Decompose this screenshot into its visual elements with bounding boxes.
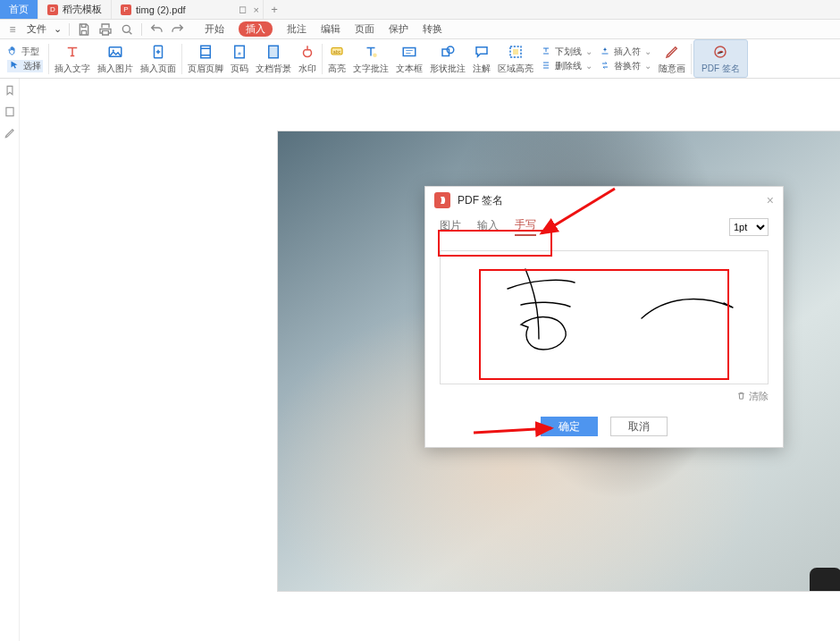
tab-template[interactable]: D 稻壳模板	[38, 0, 112, 19]
tool-insert-image[interactable]: 插入图片	[94, 39, 137, 78]
strike-icon	[541, 60, 551, 72]
tool-text-annot[interactable]: 文字批注	[349, 39, 392, 78]
sign-icon	[712, 43, 728, 61]
ribbontab-protect[interactable]: 保护	[389, 22, 408, 36]
bookmark-icon[interactable]	[4, 84, 16, 97]
menu-hamburger-icon[interactable]: ≡	[5, 22, 20, 37]
tool-underline[interactable]: 下划线⌄	[541, 46, 592, 58]
tool-strike-label: 删除线	[555, 60, 582, 72]
area-highlight-icon	[508, 43, 524, 61]
tool-watermark-label: 水印	[298, 63, 316, 75]
svg-point-10	[373, 53, 377, 57]
menubar: ≡ 文件 ⌄ 开始 插入 批注 编辑 页面 保护 转换	[0, 20, 840, 39]
tool-insert-sym-label: 插入符	[614, 46, 641, 58]
pdf-sign-dialog: PDF 签名 × 图片 输入 手写 1pt 清除	[424, 186, 784, 448]
tool-insert-image-label: 插入图片	[97, 63, 133, 75]
side-panel	[0, 79, 20, 641]
dialog-close-button[interactable]: ×	[767, 193, 774, 207]
tool-header-footer-label: 页眉页脚	[188, 63, 223, 75]
tool-highlight-label: 高亮	[328, 63, 346, 75]
tool-area-highlight-label: 区域高亮	[498, 63, 533, 75]
tool-header-footer[interactable]: 页眉页脚	[184, 39, 227, 78]
pointer-icon	[9, 60, 20, 72]
clear-button[interactable]: 清除	[736, 390, 769, 403]
menu-file[interactable]: 文件	[27, 22, 46, 36]
insert-sym-icon	[600, 46, 610, 58]
tool-textbox[interactable]: 文本框	[392, 39, 426, 78]
tool-hand[interactable]: 手型	[7, 46, 43, 58]
tool-annotate-label: 注解	[473, 63, 491, 75]
shape-icon	[440, 43, 456, 61]
undo-icon[interactable]	[149, 22, 164, 37]
svg-rect-15	[513, 49, 518, 55]
svg-rect-17	[5, 107, 13, 115]
cancel-label: 取消	[628, 419, 650, 434]
tab-restore[interactable]: ◻	[239, 4, 247, 15]
tool-pdf-sign-label: PDF 签名	[701, 63, 740, 75]
cancel-button[interactable]: 取消	[610, 417, 668, 436]
tool-docbg-label: 文档背景	[256, 63, 291, 75]
thumbnail-icon[interactable]	[4, 105, 16, 118]
ribbon-toolbar: 手型 选择 插入文字 插入图片 插入页面 页眉页脚 # 页码 文档背景 水印 a…	[0, 39, 840, 79]
ribbontab-page[interactable]: 页面	[355, 22, 374, 36]
document-tabbar: 首页 D 稻壳模板 P timg (2).pdf ◻ × +	[0, 0, 840, 20]
ribbontab-edit[interactable]: 编辑	[321, 22, 340, 36]
tool-pdf-sign[interactable]: PDF 签名	[693, 39, 748, 78]
tool-area-highlight[interactable]: 区域高亮	[494, 39, 537, 78]
ribbontab-comment[interactable]: 批注	[287, 22, 307, 36]
page-plus-icon	[150, 43, 166, 61]
menu-file-caret[interactable]: ⌄	[54, 23, 62, 35]
svg-rect-7	[269, 46, 279, 58]
tool-insert-page[interactable]: 插入页面	[137, 39, 180, 78]
replace-sym-icon	[600, 60, 610, 72]
dialog-tab-image[interactable]: 图片	[440, 218, 461, 235]
tab-close[interactable]: ×	[254, 4, 259, 15]
tool-replace-sym[interactable]: 替换符⌄	[600, 60, 651, 72]
tool-insert-page-label: 插入页面	[140, 63, 176, 75]
dialog-tab-input[interactable]: 输入	[477, 218, 499, 235]
trash-icon	[736, 391, 746, 402]
tool-watermark[interactable]: 水印	[295, 39, 320, 78]
redo-icon[interactable]	[171, 22, 185, 37]
tool-insert-sym[interactable]: 插入符⌄	[600, 46, 651, 58]
line-tools-group1: 下划线⌄ 删除线⌄	[537, 46, 596, 72]
svg-rect-4	[201, 46, 211, 58]
dialog-button-row: 确定 取消	[425, 417, 783, 436]
tab-pdf-document[interactable]: P timg (2).pdf ◻ ×	[112, 0, 264, 19]
tab-pdf-label: timg (2).pdf	[136, 4, 186, 15]
ok-label: 确定	[559, 419, 580, 434]
svg-point-0	[122, 25, 130, 32]
linewidth-select[interactable]: 1pt	[729, 218, 769, 236]
annotation-panel-icon[interactable]	[4, 127, 16, 139]
signature-canvas[interactable]	[440, 250, 769, 384]
tool-underline-label: 下划线	[555, 46, 582, 58]
tool-pagenum[interactable]: # 页码	[227, 39, 252, 78]
tool-highlight[interactable]: abc 高亮	[324, 39, 349, 78]
ok-button[interactable]: 确定	[541, 417, 598, 436]
text-icon	[64, 43, 80, 61]
ribbontab-convert[interactable]: 转换	[423, 22, 442, 36]
tool-freehand[interactable]: 随意画	[655, 39, 689, 78]
save-icon[interactable]	[77, 22, 91, 37]
tool-annotate[interactable]: 注解	[469, 39, 494, 78]
dialog-tab-hand[interactable]: 手写	[515, 217, 536, 236]
tool-docbg[interactable]: 文档背景	[252, 39, 295, 78]
handwriting-stroke	[485, 260, 735, 376]
tool-strike[interactable]: 删除线⌄	[541, 60, 592, 72]
hand-icon	[7, 46, 18, 58]
tool-insert-text-label: 插入文字	[55, 63, 90, 75]
preview-icon[interactable]	[120, 22, 134, 37]
print-icon[interactable]	[98, 22, 113, 37]
tab-home[interactable]: 首页	[0, 0, 38, 19]
tool-insert-text[interactable]: 插入文字	[51, 39, 94, 78]
ribbontab-start[interactable]: 开始	[205, 22, 224, 36]
plus-icon: +	[271, 3, 278, 16]
svg-text:abc: abc	[333, 48, 341, 54]
tool-shape-annot[interactable]: 形状批注	[426, 39, 469, 78]
docer-icon: D	[47, 4, 58, 15]
pdf-icon: P	[121, 4, 131, 15]
tool-select[interactable]: 选择	[7, 60, 43, 72]
ribbontab-insert[interactable]: 插入	[239, 21, 273, 37]
tab-new[interactable]: +	[264, 0, 285, 19]
menubar-left: ≡ 文件 ⌄	[5, 22, 185, 37]
